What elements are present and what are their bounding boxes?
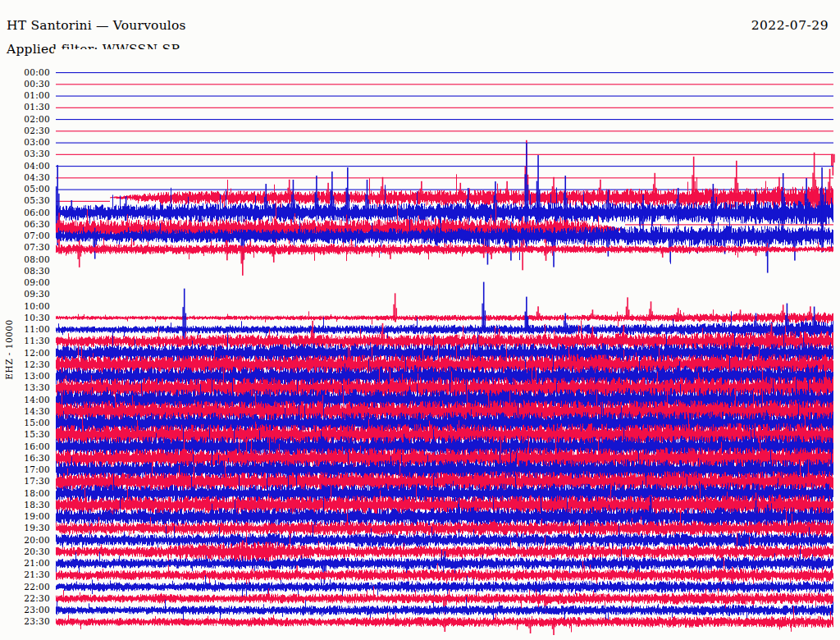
time-label: 22:00 [0,583,52,592]
time-label: 09:30 [0,290,52,299]
time-label: 02:30 [0,126,52,135]
time-label: 16:30 [0,454,52,463]
time-label: 13:00 [0,372,52,381]
time-label: 01:30 [0,103,52,112]
time-label: 18:30 [0,501,52,510]
time-axis: 00:0000:3001:0001:3002:0002:3003:0003:30… [0,0,52,640]
helicorder-plot [54,49,840,640]
time-label: 17:00 [0,465,52,474]
time-label: 11:00 [0,325,52,334]
time-label: 11:30 [0,336,52,345]
time-label: 06:30 [0,220,52,229]
time-label: 04:30 [0,173,52,182]
time-label: 23:00 [0,606,52,615]
time-label: 13:30 [0,383,52,392]
time-label: 15:00 [0,418,52,427]
time-label: 19:00 [0,512,52,521]
time-label: 08:00 [0,255,52,264]
time-label: 03:00 [0,138,52,147]
helicorder-page: HT Santorini — Vourvoulos 2022-07-29 App… [0,0,840,640]
time-label: 17:30 [0,477,52,486]
time-label: 08:30 [0,267,52,276]
time-label: 01:00 [0,91,52,100]
time-label: 20:00 [0,536,52,545]
time-label: 03:30 [0,149,52,158]
time-label: 23:30 [0,617,52,626]
time-label: 05:30 [0,196,52,205]
time-label: 04:00 [0,162,52,171]
time-label: 14:30 [0,407,52,416]
time-label: 12:30 [0,360,52,369]
time-label: 19:30 [0,523,52,533]
time-label: 12:00 [0,349,52,358]
time-label: 18:00 [0,489,52,498]
time-label: 05:00 [0,185,52,194]
time-label: 07:00 [0,231,52,240]
time-label: 07:30 [0,243,52,252]
time-label: 10:00 [0,302,52,311]
time-label: 14:00 [0,395,52,405]
time-label: 10:30 [0,313,52,322]
time-label: 16:00 [0,442,52,451]
time-label: 21:30 [0,570,52,579]
time-label: 06:00 [0,208,52,217]
time-label: 15:30 [0,430,52,439]
time-label: 00:00 [0,68,52,77]
time-label: 02:00 [0,115,52,124]
time-label: 20:30 [0,547,52,556]
time-label: 09:00 [0,278,52,287]
time-label: 00:30 [0,80,52,89]
time-label: 22:30 [0,594,52,603]
time-label: 21:00 [0,559,52,568]
plot-date: 2022-07-29 [751,18,829,33]
